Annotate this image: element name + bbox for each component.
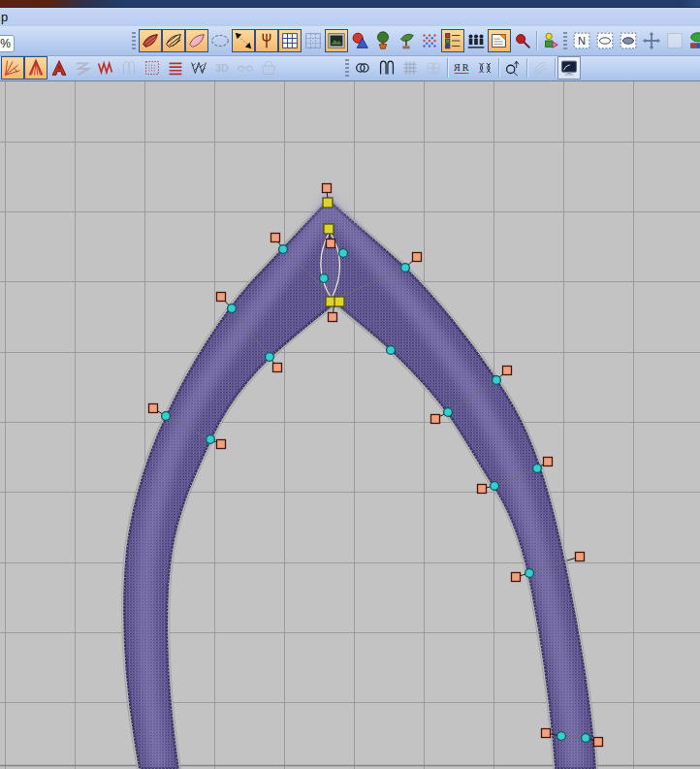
grid-light-icon[interactable] <box>302 29 325 52</box>
toolbar-separator <box>555 58 556 78</box>
chain-icon <box>422 56 445 80</box>
frame-n-icon[interactable]: N <box>570 29 593 52</box>
curve-node[interactable] <box>162 412 171 421</box>
svg-text:N: N <box>578 35 586 47</box>
control-handle[interactable] <box>431 415 440 424</box>
stitch-rays-icon[interactable] <box>1 56 24 80</box>
curve-node[interactable] <box>207 435 215 444</box>
dot-grid-icon[interactable] <box>418 29 441 52</box>
needle-icon[interactable] <box>255 29 278 52</box>
loop-arrow-icon[interactable] <box>501 56 525 80</box>
control-handle[interactable] <box>273 364 282 372</box>
toolbar-separator <box>498 58 499 78</box>
curve-node[interactable] <box>557 732 566 741</box>
control-handle[interactable] <box>327 240 335 248</box>
figure-icon[interactable] <box>539 29 562 52</box>
toolbar-stitch: 3D ЯR <box>0 55 700 81</box>
design-canvas[interactable] <box>0 81 700 769</box>
curve-node[interactable] <box>491 482 499 491</box>
toolbar-general: % N <box>0 26 700 55</box>
frame-oval-filled-icon[interactable] <box>617 29 640 52</box>
control-handle[interactable] <box>512 573 521 582</box>
hatch-leaf-icon[interactable] <box>162 29 185 52</box>
svg-text:3D: 3D <box>215 62 229 74</box>
dashed-ellipse-icon[interactable] <box>208 29 232 52</box>
plant-icon[interactable] <box>395 29 418 52</box>
control-handle[interactable] <box>542 729 551 738</box>
satin-lines-icon[interactable] <box>164 56 187 80</box>
toolbar-drag-handle[interactable] <box>345 59 349 77</box>
control-handle[interactable] <box>149 404 158 413</box>
zigzag-w-icon[interactable] <box>94 56 117 80</box>
curve-node[interactable] <box>228 304 237 313</box>
window-title-strip <box>0 0 700 8</box>
toolbar-drag-handle[interactable] <box>563 32 567 49</box>
curve-node[interactable] <box>525 569 534 578</box>
control-handle[interactable] <box>323 184 332 193</box>
curve-node[interactable] <box>444 408 453 417</box>
menu-item-help-fragment[interactable]: p <box>1 10 8 24</box>
toolbar-drag-handle[interactable] <box>132 32 136 49</box>
curve-node[interactable] <box>533 465 542 473</box>
control-handle[interactable] <box>478 485 487 494</box>
reshape-nodes-icon[interactable] <box>232 29 255 52</box>
empty-square-icon <box>663 29 686 52</box>
canvas-root <box>0 81 700 769</box>
anchor-node[interactable] <box>334 297 344 306</box>
picture-icon[interactable] <box>325 29 348 52</box>
basket-icon <box>257 56 280 80</box>
outline-leaf-icon[interactable] <box>185 29 208 52</box>
svg-text:R: R <box>462 62 469 73</box>
move-cross-icon[interactable] <box>640 29 663 52</box>
curve-node[interactable] <box>266 353 274 362</box>
zoom-percent-field[interactable]: % <box>0 35 15 52</box>
control-handle[interactable] <box>413 253 422 262</box>
curve-node[interactable] <box>493 376 501 385</box>
loop-column-icon <box>117 56 141 80</box>
mirror-rr-icon[interactable]: ЯR <box>450 56 473 80</box>
frame-oval-icon[interactable] <box>593 29 617 52</box>
curve-node[interactable] <box>279 245 288 254</box>
color-object-icon[interactable] <box>686 29 700 52</box>
anchor-node[interactable] <box>324 224 334 234</box>
svg-text:Я: Я <box>454 62 461 73</box>
a-fan-icon[interactable] <box>24 56 48 80</box>
monitor-icon[interactable] <box>557 56 581 80</box>
overlap-shapes-icon[interactable] <box>348 29 371 52</box>
curve-node[interactable] <box>582 734 590 743</box>
tree-icon[interactable] <box>371 29 395 52</box>
control-handle[interactable] <box>576 553 585 561</box>
toolbar-separator <box>526 58 527 78</box>
anchor-node[interactable] <box>323 198 333 208</box>
control-handle[interactable] <box>329 313 337 322</box>
grid-icon[interactable] <box>278 29 302 52</box>
letter-a-icon[interactable] <box>48 56 71 80</box>
control-handle[interactable] <box>544 458 553 466</box>
control-handle[interactable] <box>217 293 226 302</box>
fill-leaf-icon[interactable] <box>139 29 162 52</box>
curve-node[interactable] <box>401 264 410 272</box>
w-hatch-icon[interactable] <box>187 56 210 80</box>
glasses-icon <box>234 56 257 80</box>
fan-gray-icon <box>529 56 553 80</box>
dotted-square-icon[interactable] <box>141 56 164 80</box>
lettering-icon[interactable] <box>464 29 488 52</box>
design-properties-icon[interactable] <box>488 29 511 52</box>
toolbar-group-effects: ЯR <box>344 55 581 80</box>
curve-node[interactable] <box>339 249 348 258</box>
control-handle[interactable] <box>594 738 603 747</box>
menu-bar: p <box>0 8 700 26</box>
toolbar-group-transform: N <box>562 28 700 53</box>
control-handle[interactable] <box>271 234 280 242</box>
toolbar-separator <box>447 58 448 78</box>
canvas-background[interactable] <box>0 81 700 769</box>
columns-icon[interactable] <box>375 56 398 80</box>
control-handle[interactable] <box>217 440 226 449</box>
pushpin-icon[interactable] <box>511 29 534 52</box>
control-handle[interactable] <box>503 367 512 375</box>
loops-xx-icon[interactable] <box>473 56 496 80</box>
rings-icon[interactable] <box>352 56 375 80</box>
curve-node[interactable] <box>320 274 329 283</box>
curve-node[interactable] <box>387 346 396 355</box>
color-list-icon[interactable] <box>441 29 464 52</box>
